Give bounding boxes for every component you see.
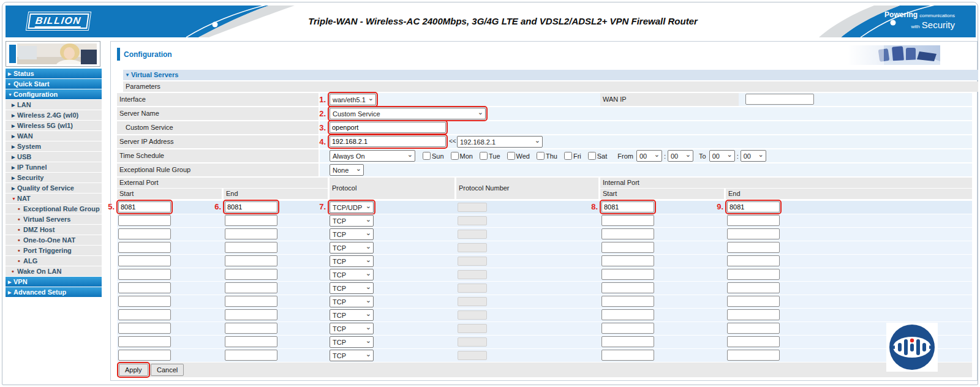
from-minute-select[interactable]: 00⌄ xyxy=(668,150,693,162)
protocol-select[interactable]: TCP ⌄ xyxy=(330,242,374,254)
sidebar-item-dmz-host[interactable]: •DMZ Host xyxy=(6,225,102,235)
wan-ip-input[interactable] xyxy=(745,94,814,105)
to-hour-select[interactable]: 00⌄ xyxy=(709,150,735,162)
sidebar-item-status[interactable]: ▶Status xyxy=(6,69,102,78)
custom-service-input[interactable] xyxy=(330,122,446,133)
external-port-end-input[interactable] xyxy=(225,255,277,266)
internal-port-end-input[interactable] xyxy=(727,215,780,226)
from-hour-select[interactable]: 00⌄ xyxy=(636,150,662,162)
external-port-start-input[interactable] xyxy=(118,336,171,347)
sidebar-item-wireless-5g-wl1[interactable]: ▶Wireless 5G (wl1) xyxy=(6,121,102,130)
external-port-start-input[interactable] xyxy=(118,215,171,226)
internal-port-end-input[interactable] xyxy=(727,242,780,253)
internal-port-start-input[interactable] xyxy=(601,242,654,253)
server-ip-candidate-select[interactable]: 192.168.2.1 ⌄ xyxy=(457,136,543,148)
protocol-select[interactable]: TCP ⌄ xyxy=(330,215,374,227)
sat-checkbox[interactable] xyxy=(588,152,596,160)
protocol-select[interactable]: TCP ⌄ xyxy=(330,296,374,307)
internal-port-start-input[interactable] xyxy=(601,228,654,239)
protocol-select[interactable]: TCP ⌄ xyxy=(330,255,374,267)
sidebar-item-usb[interactable]: ▶USB xyxy=(6,152,102,162)
sidebar-item-one-to-one-nat[interactable]: •One-to-One NAT xyxy=(6,235,102,245)
protocol-select[interactable]: TCP ⌄ xyxy=(330,228,374,240)
external-port-end-input[interactable] xyxy=(225,215,277,226)
internal-port-end-input[interactable] xyxy=(727,336,780,347)
protocol-select[interactable]: TCP ⌄ xyxy=(330,336,374,348)
sidebar-item-wireless-2-4g-wl0[interactable]: ▶Wireless 2.4G (wl0) xyxy=(6,110,102,120)
internal-port-start-input[interactable] xyxy=(601,296,654,307)
thu-checkbox[interactable] xyxy=(537,152,545,160)
internal-port-end-input[interactable] xyxy=(727,228,780,239)
external-port-end-input[interactable] xyxy=(225,201,277,212)
internal-port-start-input[interactable] xyxy=(601,269,654,280)
external-port-start-input[interactable] xyxy=(118,323,171,334)
wed-checkbox[interactable] xyxy=(507,152,515,160)
external-port-start-input[interactable] xyxy=(118,350,171,361)
external-port-end-input[interactable] xyxy=(225,296,277,307)
sidebar-item-nat[interactable]: ▼NAT xyxy=(6,194,102,203)
sidebar-item-configuration[interactable]: ▼Configuration xyxy=(6,89,102,99)
fri-checkbox[interactable] xyxy=(564,152,572,160)
time-schedule-select[interactable]: Always On ⌄ xyxy=(330,150,415,162)
cancel-button[interactable]: Cancel xyxy=(151,364,184,376)
internal-port-start-input[interactable] xyxy=(601,255,654,266)
internal-port-end-input[interactable] xyxy=(727,269,780,280)
external-port-start-input[interactable] xyxy=(118,309,171,320)
internal-port-start-input[interactable] xyxy=(601,336,654,347)
sidebar-item-advanced-setup[interactable]: ▶Advanced Setup xyxy=(6,287,102,297)
server-ip-input[interactable] xyxy=(330,136,446,147)
external-port-end-input[interactable] xyxy=(225,228,277,239)
mon-checkbox[interactable] xyxy=(451,152,459,160)
tue-checkbox[interactable] xyxy=(480,152,488,160)
external-port-end-input[interactable] xyxy=(225,323,277,334)
external-port-end-input[interactable] xyxy=(225,242,277,253)
internal-port-start-input[interactable] xyxy=(601,282,654,293)
protocol-select[interactable]: TCP ⌄ xyxy=(330,309,374,321)
external-port-start-input[interactable] xyxy=(118,201,171,212)
internal-port-end-input[interactable] xyxy=(727,323,780,334)
sidebar-item-port-triggering[interactable]: •Port Triggering xyxy=(6,246,102,255)
sidebar-item-ip-tunnel[interactable]: ▶IP Tunnel xyxy=(6,162,102,172)
protocol-select[interactable]: TCP ⌄ xyxy=(330,350,374,361)
internal-port-start-input[interactable] xyxy=(601,350,654,361)
sun-checkbox[interactable] xyxy=(423,152,431,160)
external-port-start-input[interactable] xyxy=(118,242,171,253)
sidebar-item-virtual-servers[interactable]: •Virtual Servers xyxy=(6,214,102,224)
sidebar-item-lan[interactable]: ▶LAN xyxy=(6,100,102,110)
sidebar-item-wan[interactable]: ▶WAN xyxy=(6,131,102,141)
external-port-start-input[interactable] xyxy=(118,282,171,293)
sidebar-item-vpn[interactable]: ▶VPN xyxy=(6,277,102,287)
internal-port-start-input[interactable] xyxy=(601,215,654,226)
external-port-start-input[interactable] xyxy=(118,296,171,307)
external-port-end-input[interactable] xyxy=(225,282,277,293)
protocol-select[interactable]: TCP ⌄ xyxy=(330,282,374,294)
sidebar-item-exceptional-rule-group[interactable]: •Exceptional Rule Group xyxy=(6,204,102,214)
external-port-start-input[interactable] xyxy=(118,269,171,280)
external-port-start-input[interactable] xyxy=(118,255,171,266)
internal-port-end-input[interactable] xyxy=(727,255,780,266)
external-port-end-input[interactable] xyxy=(225,309,277,320)
sidebar-item-quick-start[interactable]: •Quick Start xyxy=(6,79,102,89)
sidebar-item-quality-of-service[interactable]: ▶Quality of Service xyxy=(6,183,102,193)
internal-port-end-input[interactable] xyxy=(727,201,780,212)
internal-port-end-input[interactable] xyxy=(727,309,780,320)
sidebar-item-alg[interactable]: •ALG xyxy=(6,256,102,266)
protocol-select[interactable]: TCP/UDP ⌄ xyxy=(330,201,374,213)
server-name-select[interactable]: Custom Service ⌄ xyxy=(330,108,486,119)
to-minute-select[interactable]: 00⌄ xyxy=(741,150,766,162)
apply-button[interactable]: Apply xyxy=(119,364,148,376)
sidebar-item-system[interactable]: ▶System xyxy=(6,141,102,151)
sidebar-item-security[interactable]: ▶Security xyxy=(6,173,102,182)
internal-port-start-input[interactable] xyxy=(601,309,654,320)
internal-port-start-input[interactable] xyxy=(601,323,654,334)
sidebar-item-wake-on-lan[interactable]: •Wake On LAN xyxy=(6,266,102,276)
external-port-end-input[interactable] xyxy=(225,350,277,361)
interface-select[interactable]: wan/eth5.1 ⌄ xyxy=(330,94,376,105)
protocol-select[interactable]: TCP ⌄ xyxy=(330,323,374,334)
external-port-end-input[interactable] xyxy=(225,336,277,347)
external-port-end-input[interactable] xyxy=(225,269,277,280)
internal-port-end-input[interactable] xyxy=(727,350,780,361)
exceptional-rule-group-select[interactable]: None ⌄ xyxy=(330,164,364,176)
internal-port-end-input[interactable] xyxy=(727,296,780,307)
internal-port-start-input[interactable] xyxy=(601,201,654,212)
